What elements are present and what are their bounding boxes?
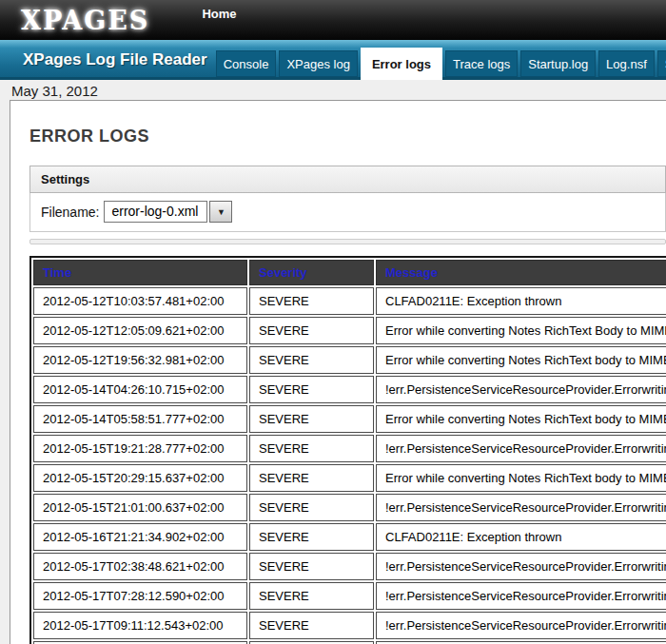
column-header-message[interactable]: Message bbox=[376, 260, 666, 285]
table-row: 2012-05-15T19:21:28.777+02:00SEVERE!err.… bbox=[33, 435, 666, 462]
table-row: 2012-05-15T20:29:15.637+02:00SEVEREError… bbox=[33, 464, 666, 492]
cell-message: CLFAD0211E: Exception thrown bbox=[376, 287, 666, 315]
filename-label: Filename: bbox=[41, 205, 99, 220]
settings-panel: Settings Filename: error-log-0.xml ▼ bbox=[29, 166, 666, 232]
cell-severity: SEVERE bbox=[249, 346, 374, 374]
tab-log-nsf[interactable]: Log.nsf bbox=[598, 50, 655, 77]
home-link[interactable]: Home bbox=[202, 7, 236, 21]
table-row: 2012-05-17T07:28:12.590+02:00SEVERE!err.… bbox=[33, 582, 666, 610]
app-title: XPages Log File Reader bbox=[23, 50, 207, 69]
settings-header: Settings bbox=[29, 166, 666, 193]
cell-time: 2012-05-15T19:21:28.777+02:00 bbox=[33, 435, 247, 462]
cell-message: !err.PersistenceServiceResourceProvider.… bbox=[376, 494, 666, 521]
cell-time: 2012-05-17T02:38:48.621+02:00 bbox=[33, 553, 247, 580]
table-row: 2012-05-12T10:03:57.481+02:00SEVERECLFAD… bbox=[33, 287, 666, 315]
tab-trace-logs[interactable]: Trace logs bbox=[445, 50, 518, 77]
cell-severity: SEVERE bbox=[249, 405, 374, 433]
tab-console[interactable]: Console bbox=[216, 50, 277, 77]
table-row: 2012-05-16T21:21:34.902+02:00SEVERECLFAD… bbox=[33, 523, 666, 551]
cell-message: !err.PersistenceServiceResourceProvider.… bbox=[376, 376, 666, 403]
table-row: 2012-05-12T12:05:09.621+02:00SEVEREError… bbox=[33, 317, 666, 344]
cell-time: 2012-05-15T20:29:15.637+02:00 bbox=[33, 464, 247, 492]
table-row: 2012-05-12T19:56:32.981+02:00SEVEREError… bbox=[33, 346, 666, 374]
table-row: 2012-05-15T21:01:00.637+02:00SEVERE!err.… bbox=[33, 494, 666, 521]
nav-tabs: ConsoleXPages logError logsTrace logsSta… bbox=[216, 48, 666, 80]
top-banner: XPAGES Home bbox=[0, 0, 666, 40]
table-row: 2012-05-14T04:26:10.715+02:00SEVERE!err.… bbox=[33, 376, 666, 403]
table-row: 2012-05-17T09:11:12.543+02:00SEVERE!err.… bbox=[33, 612, 666, 639]
date-line: May 31, 2012 bbox=[0, 80, 666, 100]
cell-message: Error while converting Notes RichText bo… bbox=[376, 346, 666, 374]
cell-time: 2012-05-15T21:01:00.637+02:00 bbox=[33, 494, 247, 521]
settings-footer-bar bbox=[29, 239, 666, 244]
cell-message: !err.PersistenceServiceResourceProvider.… bbox=[376, 435, 666, 462]
cell-message: !err.PersistenceServiceResourceProvider.… bbox=[376, 612, 666, 639]
cell-severity: SEVERE bbox=[249, 464, 374, 492]
cell-time: 2012-05-14T04:26:10.715+02:00 bbox=[33, 376, 247, 403]
cell-time: 2012-05-17T07:28:12.590+02:00 bbox=[33, 582, 247, 610]
filename-selected-value[interactable]: error-log-0.xml bbox=[104, 201, 207, 223]
cell-severity: SEVERE bbox=[249, 553, 374, 580]
cell-time: 2012-05-12T19:56:32.981+02:00 bbox=[33, 346, 247, 374]
error-log-table: TimeSeverityMessage 2012-05-12T10:03:57.… bbox=[29, 256, 666, 644]
cell-severity: SEVERE bbox=[249, 494, 374, 521]
tab-startup-log[interactable]: Startup.log bbox=[520, 50, 596, 77]
cell-message: CLFAD0211E: Exception thrown bbox=[376, 523, 666, 551]
table-header-row: TimeSeverityMessage bbox=[33, 260, 666, 285]
tab-xpages-log[interactable]: XPages log bbox=[279, 50, 358, 77]
cell-severity: SEVERE bbox=[249, 582, 374, 610]
cell-time: 2012-05-16T21:21:34.902+02:00 bbox=[33, 523, 247, 551]
cell-message: Error while converting Notes RichText bo… bbox=[376, 405, 666, 433]
xpages-logo: XPAGES bbox=[21, 6, 149, 35]
table-row: 2012-05-17T02:38:48.621+02:00SEVERE!err.… bbox=[33, 553, 666, 580]
cell-time: 2012-05-17T09:11:12.543+02:00 bbox=[33, 612, 247, 639]
cell-severity: SEVERE bbox=[249, 287, 374, 315]
content-panel: ERROR LOGS Settings Filename: error-log-… bbox=[10, 100, 666, 644]
cell-time: 2012-05-12T12:05:09.621+02:00 bbox=[33, 317, 247, 344]
cell-message: !err.PersistenceServiceResourceProvider.… bbox=[376, 553, 666, 580]
tab-error-logs[interactable]: Error logs bbox=[361, 48, 442, 80]
column-header-time[interactable]: Time bbox=[33, 260, 247, 285]
settings-body: Filename: error-log-0.xml ▼ bbox=[29, 193, 666, 232]
table-row: 2012-05-14T05:58:51.777+02:00SEVEREError… bbox=[33, 405, 666, 433]
tab-s[interactable]: S bbox=[657, 50, 666, 77]
cell-severity: SEVERE bbox=[249, 612, 374, 639]
cell-time: 2012-05-12T10:03:57.481+02:00 bbox=[33, 287, 247, 315]
cell-severity: SEVERE bbox=[249, 523, 374, 551]
cell-severity: SEVERE bbox=[249, 435, 374, 462]
page-title: ERROR LOGS bbox=[29, 127, 666, 146]
nav-bar: XPages Log File Reader ConsoleXPages log… bbox=[0, 40, 666, 80]
cell-message: Error while converting Notes RichText Bo… bbox=[376, 317, 666, 344]
cell-message: !err.PersistenceServiceResourceProvider.… bbox=[376, 582, 666, 610]
cell-time: 2012-05-14T05:58:51.777+02:00 bbox=[33, 405, 247, 433]
table-body: 2012-05-12T10:03:57.481+02:00SEVERECLFAD… bbox=[33, 287, 666, 644]
cell-message: Error while converting Notes RichText bo… bbox=[376, 464, 666, 492]
filename-select[interactable]: error-log-0.xml ▼ bbox=[104, 201, 232, 223]
dropdown-arrow-icon[interactable]: ▼ bbox=[209, 201, 232, 223]
column-header-severity[interactable]: Severity bbox=[249, 260, 374, 285]
cell-severity: SEVERE bbox=[249, 317, 374, 344]
cell-severity: SEVERE bbox=[249, 376, 374, 403]
